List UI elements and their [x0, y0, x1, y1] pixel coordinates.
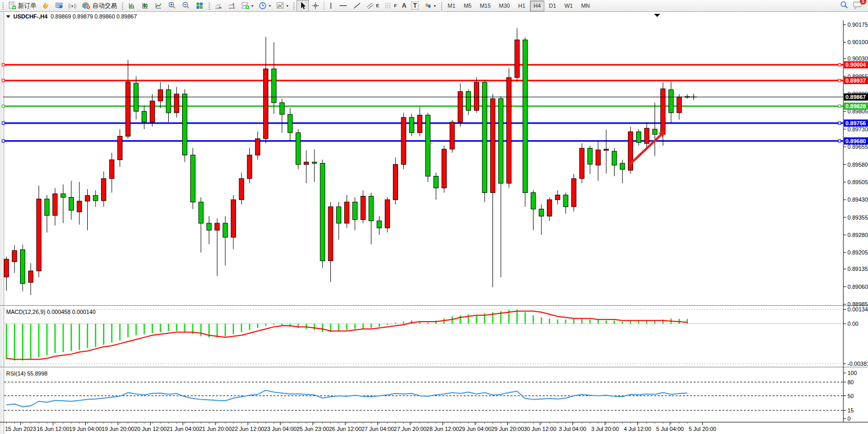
cursor-tool-button[interactable]: [297, 0, 309, 12]
toolbar-grip[interactable]: [2, 2, 4, 10]
chart-title-bar: USDCHF-,H4 0.89869 0.89879 0.89860 0.898…: [6, 13, 137, 19]
svg-text:0.90175: 0.90175: [847, 22, 868, 28]
svg-text:50: 50: [847, 393, 854, 399]
timeframe-h1[interactable]: H1: [515, 1, 529, 11]
timeframe-group: M1M5M15M30H1H4D1W1MN: [444, 1, 594, 11]
zoom-out-button[interactable]: [179, 0, 193, 12]
zoom-out-icon: [182, 2, 190, 10]
terminal-icon: [55, 2, 63, 10]
collapse-arrow-icon[interactable]: [6, 15, 10, 18]
indicators-button[interactable]: ▾: [273, 0, 291, 12]
auto-scroll-icon: [214, 2, 223, 10]
terminal-button[interactable]: [52, 0, 66, 12]
chat-button[interactable]: 1: [853, 1, 863, 11]
svg-text:0.89280: 0.89280: [847, 232, 868, 238]
tile-windows-button[interactable]: [193, 0, 206, 12]
horizontal-line-icon: [339, 2, 348, 10]
dropdown-caret-icon: ▾: [269, 4, 271, 8]
candlestick-chart[interactable]: 0.901750.901000.900300.899550.898800.898…: [0, 12, 868, 434]
signal-icon: [68, 2, 76, 10]
svg-text:20 Jun 12:00: 20 Jun 12:00: [134, 426, 167, 432]
toolbar-grip[interactable]: [208, 2, 210, 10]
toolbar-separator: [324, 1, 324, 10]
new-order-icon: [8, 2, 16, 10]
svg-text:0.89430: 0.89430: [847, 196, 868, 203]
tile-windows-icon: [195, 2, 204, 10]
svg-text:22 Jun 12:00: 22 Jun 12:00: [231, 426, 264, 432]
new-order-button[interactable]: 新订单: [6, 0, 39, 12]
equidistant-channel-tool-button[interactable]: E: [364, 0, 382, 12]
vertical-line-tool-button[interactable]: [326, 0, 336, 12]
timeframe-m5[interactable]: M5: [460, 1, 475, 11]
fibonacci-tool-button[interactable]: F: [382, 0, 400, 12]
svg-text:0.90100: 0.90100: [847, 39, 868, 45]
search-icon[interactable]: [839, 1, 849, 11]
macd-label: MACD(12,26,9) 0.000458 0.000140: [6, 309, 95, 315]
svg-text:0.89730: 0.89730: [847, 126, 868, 132]
timeframe-h4[interactable]: H4: [530, 1, 544, 11]
autotrading-button[interactable]: 自动交易: [79, 0, 120, 12]
svg-text:21 Jun 04:00: 21 Jun 04:00: [167, 426, 200, 432]
toolbar: 新订单 自动交易: [0, 0, 868, 12]
svg-text:26 Jun 12:00: 26 Jun 12:00: [329, 426, 362, 432]
ohlc-values: 0.89869 0.89879 0.89860 0.89867: [51, 13, 137, 19]
bar-chart-icon: [128, 2, 136, 10]
svg-text:3 Jul 04:00: 3 Jul 04:00: [559, 426, 586, 432]
timeframe-m1[interactable]: M1: [444, 1, 459, 11]
timeframe-mn[interactable]: MN: [578, 1, 594, 11]
svg-text:27 Jun 04:00: 27 Jun 04:00: [361, 426, 394, 432]
text-tool-button[interactable]: A: [400, 0, 409, 12]
dropdown-caret-icon: ▾: [434, 4, 436, 8]
cursor-icon: [299, 2, 306, 10]
timeframe-w1[interactable]: W1: [561, 1, 577, 11]
trendline-icon: [353, 2, 361, 10]
svg-text:0: 0: [847, 416, 851, 422]
timeframe-m15[interactable]: M15: [476, 1, 494, 11]
svg-text:3 Jul 20:00: 3 Jul 20:00: [591, 426, 619, 432]
text-label-tool-button[interactable]: T: [409, 0, 421, 12]
svg-text:28 Jun 12:00: 28 Jun 12:00: [426, 426, 459, 432]
line-chart-icon: [154, 2, 163, 10]
crosshair-tool-button[interactable]: [309, 0, 322, 12]
svg-text:16 Jun 12:00: 16 Jun 12:00: [36, 426, 69, 432]
yellow-tool-icon: [42, 2, 50, 10]
svg-text:30 Jun 12:00: 30 Jun 12:00: [524, 426, 557, 432]
timeframe-m30[interactable]: M30: [496, 1, 514, 11]
chart-shift-icon: [228, 2, 236, 10]
toolbar-right: 1: [839, 1, 868, 11]
toolbar-grip[interactable]: [121, 2, 124, 10]
signals-button[interactable]: [66, 0, 79, 12]
dropdown-caret-icon: ▾: [251, 4, 253, 8]
svg-text:0.89135: 0.89135: [847, 266, 868, 272]
market-watch-button[interactable]: [39, 0, 52, 12]
candlestick-type-button[interactable]: [139, 0, 152, 12]
bar-chart-type-button[interactable]: [125, 0, 139, 12]
toolbar-grip[interactable]: [292, 2, 295, 10]
trendline-tool-button[interactable]: [350, 0, 364, 12]
dropdown-caret-icon: ▾: [286, 4, 288, 8]
clock-icon: [259, 2, 267, 10]
arrows-tool-button[interactable]: ▾: [421, 0, 439, 12]
svg-text:0.90004: 0.90004: [845, 62, 866, 68]
profiles-button[interactable]: ▾: [256, 0, 273, 12]
chart-shift-button[interactable]: [225, 0, 239, 12]
zoom-in-button[interactable]: [165, 0, 179, 12]
svg-text:0.89937: 0.89937: [845, 77, 866, 84]
toolbar-grip[interactable]: [440, 2, 443, 10]
auto-scroll-button[interactable]: [212, 0, 225, 12]
svg-text:19 Jun 20:00: 19 Jun 20:00: [102, 426, 134, 432]
line-chart-type-button[interactable]: [152, 0, 165, 12]
text-icon: A: [402, 2, 407, 9]
svg-text:0.00: 0.00: [847, 321, 858, 327]
zoom-in-icon: [168, 2, 176, 10]
svg-text:0.89828: 0.89828: [845, 103, 866, 109]
timeframe-d1[interactable]: D1: [545, 1, 560, 11]
new-chart-button[interactable]: ▾: [239, 0, 256, 12]
rsi-label: RSI(14) 55.8998: [6, 370, 48, 377]
new-chart-icon: [241, 2, 249, 10]
svg-text:29 Jun 04:00: 29 Jun 04:00: [459, 426, 491, 432]
horizontal-line-tool-button[interactable]: [336, 0, 350, 12]
svg-text:0.89060: 0.89060: [847, 284, 868, 290]
svg-text:0.89655: 0.89655: [847, 144, 868, 150]
vertical-line-icon: [328, 2, 333, 10]
